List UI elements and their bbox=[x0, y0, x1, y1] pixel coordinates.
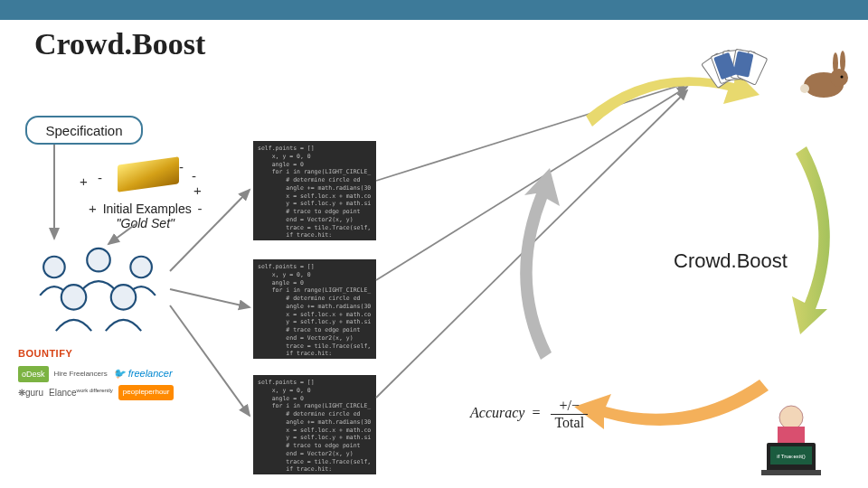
svg-point-4 bbox=[111, 285, 136, 309]
code-snippet-2: self.points = [] x, y = 0, 0 angle = 0 f… bbox=[253, 259, 376, 359]
code-snippet-1: self.points = [] x, y = 0, 0 angle = 0 f… bbox=[253, 141, 376, 240]
crowd-workers-icon bbox=[27, 242, 170, 340]
gold-bar-icon bbox=[118, 156, 179, 192]
top-bar bbox=[0, 0, 868, 20]
odesk-logo: oDesk bbox=[18, 366, 49, 382]
hirefreelancers-label: Hire Freelancers bbox=[54, 368, 108, 380]
gold-minus: - bbox=[98, 170, 102, 185]
svg-point-3 bbox=[61, 285, 86, 309]
guru-logo: ❋guru bbox=[18, 385, 43, 401]
svg-text:if True:exit(): if True:exit() bbox=[777, 454, 806, 459]
svg-point-26 bbox=[779, 406, 803, 429]
svg-point-24 bbox=[841, 76, 844, 79]
svg-point-1 bbox=[87, 249, 110, 272]
elance-logo: Elancework differently bbox=[49, 385, 113, 401]
svg-point-25 bbox=[800, 84, 809, 93]
gold-minus: - bbox=[192, 168, 196, 183]
cycle-arrows bbox=[470, 54, 850, 452]
peopleperhour-logo: peopleperhour bbox=[118, 385, 175, 399]
bountify-logo: BOUNTIFY bbox=[18, 345, 72, 363]
svg-line-8 bbox=[170, 289, 250, 307]
cards-icon bbox=[701, 38, 773, 92]
gold-minus: - bbox=[179, 159, 184, 174]
code-snippet-3: self.points = [] x, y = 0, 0 angle = 0 f… bbox=[253, 375, 376, 474]
svg-point-23 bbox=[840, 51, 845, 72]
crowdboost-label: Crowd.Boost bbox=[674, 249, 788, 273]
freelancer-logo: freelancer bbox=[113, 365, 173, 383]
svg-point-0 bbox=[43, 257, 65, 278]
accuracy-formula: Accuracy = +/− Total bbox=[470, 398, 588, 431]
rabbit-icon bbox=[792, 47, 855, 101]
svg-rect-31 bbox=[761, 470, 821, 475]
client-laptop-icon: if True:exit() bbox=[741, 398, 841, 475]
svg-point-22 bbox=[833, 52, 838, 74]
freelance-platform-logos: BOUNTIFY oDesk Hire Freelancers freelanc… bbox=[18, 345, 174, 403]
gold-plus: + bbox=[80, 174, 88, 189]
gold-caption: + Initial Examples - "Gold Set" bbox=[89, 201, 203, 230]
svg-point-21 bbox=[830, 69, 848, 87]
specification-label: Specification bbox=[45, 123, 122, 138]
specification-box: Specification bbox=[25, 116, 143, 145]
gold-plus: + bbox=[193, 183, 202, 198]
svg-point-2 bbox=[130, 257, 152, 278]
svg-line-9 bbox=[170, 305, 250, 416]
